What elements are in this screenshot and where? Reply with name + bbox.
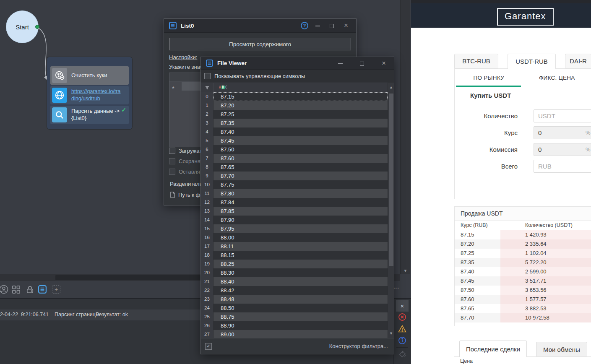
filter-funnel-icon[interactable] (201, 83, 213, 92)
filter-builder-link[interactable]: Конструктор фильтра... (329, 343, 388, 349)
maximize-icon[interactable] (327, 22, 337, 29)
action-open-url[interactable]: https://garantex.io/tra ding/usdtrub (50, 86, 129, 104)
grid-cell[interactable] (182, 82, 202, 91)
row-value[interactable]: 87.35 (213, 119, 388, 127)
minimize-icon[interactable] (312, 22, 323, 29)
maximize-icon[interactable] (357, 60, 367, 67)
list-item[interactable]: 13 87.85 (201, 207, 388, 216)
tab-dai-rub[interactable]: DAI-R (565, 54, 591, 68)
list-item[interactable]: 14 87.90 (201, 216, 388, 224)
row-value[interactable]: 88.00 (213, 233, 388, 242)
amount-cell[interactable]: 1 577.57 (500, 295, 591, 304)
action-clear-cookies[interactable]: Очистить куки (50, 66, 129, 85)
overflow-menu-icon[interactable]: ... (393, 283, 399, 290)
row-value[interactable]: 87.85 (213, 207, 388, 216)
filter-header-row[interactable]: ABC (201, 83, 388, 92)
view-contents-button[interactable]: Просмотр содержимого (169, 38, 351, 50)
row-value[interactable]: 87.40 (213, 127, 388, 136)
profile-icon[interactable] (0, 285, 8, 294)
clear-log-icon[interactable] (398, 350, 406, 358)
list-item[interactable]: 27 89.00 (201, 330, 388, 338)
row-value[interactable]: 88.30 (213, 268, 388, 277)
scroll-down-icon[interactable]: ▼ (388, 331, 394, 335)
tab-recent-trades[interactable]: Последние сделки (459, 341, 527, 357)
row-value[interactable]: 88.15 (213, 251, 388, 260)
list-item[interactable]: 15 87.95 (201, 224, 388, 233)
row-value[interactable]: 87.80 (213, 189, 388, 198)
list-item[interactable]: 20 88.30 (201, 268, 388, 277)
row-value[interactable]: 87.20 (213, 101, 388, 110)
tab-fixed-price[interactable]: ФИКС. ЦЕНА (523, 69, 591, 87)
price-cell[interactable]: 87.20 (455, 239, 500, 249)
list-item[interactable]: 26 88.90 (201, 321, 388, 330)
row-value[interactable]: 87.25 (213, 110, 388, 119)
amount-cell[interactable]: 10 972.58 (500, 313, 591, 322)
row-value[interactable]: 88.50 (213, 304, 388, 312)
price-cell[interactable]: 87.40 (455, 267, 500, 276)
row-value[interactable]: 87.15 (213, 92, 388, 101)
garantex-logo[interactable]: Garantex (497, 8, 554, 26)
scroll-down-icon[interactable]: ▼ (401, 268, 410, 273)
table-row[interactable]: 87.25 1 102.04 (455, 249, 591, 258)
table-row[interactable]: 87.50 3 653.56 (455, 286, 591, 295)
list-item[interactable]: 16 88.00 (201, 233, 388, 242)
list-variables-icon[interactable] (38, 285, 47, 294)
list-item[interactable]: 12 87.84 (201, 198, 388, 207)
action-parse-data[interactable]: Парсить данные -> {List0} ✓ (50, 106, 129, 124)
row-value[interactable]: 88.42 (213, 286, 388, 295)
amount-cell[interactable]: 5 722.20 (500, 258, 591, 267)
row-value[interactable]: 88.25 (213, 260, 388, 268)
table-row[interactable]: 87.20 2 335.64 (455, 239, 591, 249)
tab-usdt-rub[interactable]: USDT-RUB (508, 54, 556, 69)
row-value[interactable]: 88.90 (213, 321, 388, 330)
minimize-icon[interactable] (335, 60, 345, 67)
errors-filter-icon[interactable] (398, 313, 406, 321)
amount-cell[interactable]: 2 335.64 (500, 239, 591, 249)
table-row[interactable]: 87.60 1 577.57 (455, 295, 591, 304)
list-vertical-scrollbar[interactable]: ▲ ▼ (388, 83, 394, 338)
table-row[interactable]: 87.15 1 420.93 (455, 230, 591, 239)
checkbox-checked[interactable]: ✓ (205, 343, 212, 350)
help-icon[interactable]: ? (301, 22, 308, 29)
scrollbar-thumb[interactable] (55, 275, 200, 280)
row-value[interactable]: 88.11 (213, 242, 388, 251)
close-icon[interactable]: × (341, 21, 351, 30)
list-item[interactable]: 23 88.48 (201, 295, 388, 304)
price-cell[interactable]: 87.50 (455, 286, 500, 295)
add-element-icon[interactable]: + (52, 285, 61, 294)
row-value[interactable]: 87.84 (213, 198, 388, 207)
row-value[interactable]: 87.90 (213, 216, 388, 224)
warnings-filter-icon[interactable] (398, 325, 406, 333)
checkbox-unchecked[interactable] (169, 148, 175, 154)
list-item[interactable]: 3 87.35 (201, 119, 388, 127)
row-value[interactable]: 87.75 (213, 180, 388, 189)
price-cell[interactable]: 87.60 (455, 295, 500, 304)
scroll-up-icon[interactable]: ▲ (388, 85, 394, 89)
amount-cell[interactable]: 3 517.71 (500, 276, 591, 286)
amount-cell[interactable]: 1 420.93 (500, 230, 591, 239)
tab-btc-rub[interactable]: BTC-RUB (454, 54, 498, 68)
canvas-vertical-scrollbar[interactable]: ▼ (400, 0, 410, 274)
close-icon[interactable]: × (379, 59, 389, 68)
price-cell[interactable]: 87.15 (455, 230, 500, 239)
show-symbols-row[interactable]: Показывать управляющие символы (201, 70, 394, 83)
total-input[interactable] (534, 160, 591, 173)
price-cell[interactable]: 87.65 (455, 304, 500, 313)
amount-cell[interactable]: 1 102.04 (500, 249, 591, 258)
amount-input[interactable] (534, 109, 591, 122)
row-value[interactable]: 87.50 (213, 145, 388, 154)
list-item[interactable]: 2 87.25 (201, 110, 388, 119)
row-value[interactable]: 88.40 (213, 277, 388, 286)
amount-cell[interactable]: 3 882.53 (500, 304, 591, 313)
list-item[interactable]: 5 87.45 (201, 136, 388, 145)
list-item[interactable]: 22 88.42 (201, 286, 388, 295)
info-filter-icon[interactable] (398, 336, 406, 345)
list-item[interactable]: 19 88.25 (201, 260, 388, 268)
row-value[interactable]: 89.00 (213, 330, 388, 338)
list-item[interactable]: 4 87.40 (201, 127, 388, 136)
close-log-icon[interactable]: × (396, 300, 409, 312)
list-item[interactable]: 18 88.15 (201, 251, 388, 260)
list-item[interactable]: 9 87.70 (201, 172, 388, 180)
settings-link[interactable]: Настройки: (169, 54, 197, 60)
row-value[interactable]: 88.48 (213, 295, 388, 304)
